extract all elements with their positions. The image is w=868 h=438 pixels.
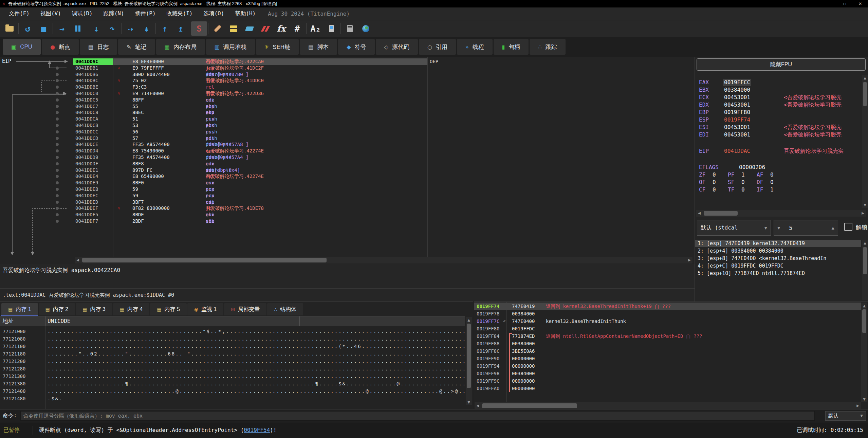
scroll-thumb[interactable] — [862, 309, 866, 333]
breakpoint-dot[interactable] — [56, 169, 59, 172]
register-row[interactable]: EBP0019FF80 — [695, 109, 868, 116]
tab-跟踪[interactable]: ∴跟踪 — [530, 39, 565, 55]
flag-value[interactable]: 0 — [713, 186, 728, 194]
dump-row[interactable]: 77121200................................… — [0, 358, 465, 365]
breakpoint-dot[interactable] — [56, 188, 59, 191]
stack-hscrollbar[interactable]: ◀ ▶ — [475, 402, 861, 409]
menu-item-v[interactable]: 视图(V) — [35, 10, 67, 17]
breakpoint-dot[interactable] — [56, 143, 59, 146]
trace-over-icon[interactable]: ⇢ — [123, 21, 138, 36]
tab-内存布局[interactable]: ▦内存布局 — [156, 39, 205, 55]
disasm-row[interactable]: 0041DDED3BF7cmp esi,edi — [0, 199, 695, 205]
stack-row[interactable]: 0019FF800019FFDC — [474, 325, 861, 332]
registers-vscrollbar[interactable]: ▲ ▼ — [862, 75, 868, 208]
stack-vscrollbar[interactable]: ▲ ▼ — [861, 303, 867, 402]
stack-row[interactable]: 0019FF7C<747E0400kernel32.BaseThreadInit… — [474, 317, 861, 325]
scroll-up-icon[interactable]: ▲ — [862, 75, 868, 81]
register-value[interactable]: 00453001 — [724, 101, 750, 109]
dump-row[interactable]: 77121480.$&. — [0, 395, 465, 402]
scroll-left-icon[interactable]: ◀ — [696, 210, 702, 216]
disasm-row[interactable]: 0041DDC88BECmov ebp,esp — [0, 109, 695, 116]
breakpoint-dot[interactable] — [56, 73, 59, 76]
flag-value[interactable]: 1 — [741, 171, 757, 179]
hash-icon[interactable]: # — [289, 21, 305, 36]
argument-count-stepper[interactable]: ▼ 5 ▲ — [774, 220, 838, 236]
dump-vscrollbar[interactable]: ▲ ▼ — [466, 317, 472, 405]
menu-item-p[interactable]: 插件(P) — [130, 10, 161, 17]
scroll-left-icon[interactable]: ◀ — [475, 402, 481, 408]
scroll-thumb[interactable] — [704, 211, 738, 216]
scroll-up-icon[interactable]: ▲ — [862, 240, 868, 246]
disasm-row[interactable]: 0041DDBC∨75 02jne 吾爱破解论坛学习.41DDC0 — [0, 77, 695, 84]
breakpoint-dot[interactable] — [56, 207, 59, 210]
scroll-thumb[interactable] — [467, 324, 471, 388]
argument-row[interactable]: 5: [esp+10] 771874ED ntdll.771874ED — [695, 270, 861, 277]
breakpoint-dot[interactable] — [56, 111, 59, 114]
disasm-row[interactable]: 0041DDE98BF0mov esi,eax — [0, 180, 695, 186]
scroll-down-icon[interactable]: ▼ — [466, 399, 472, 405]
device-icon[interactable] — [324, 21, 339, 36]
stack-row[interactable]: 0019FF9000000000 — [474, 355, 861, 362]
step-over-icon[interactable]: ↷ — [104, 21, 120, 36]
dump-row[interactable]: 77121080................................… — [0, 335, 465, 343]
disasm-row[interactable]: 0041DDB63B0D B0074400cmp ecx,dword ptr d… — [0, 71, 695, 78]
disasm-hscrollbar[interactable]: ◀ ▶ — [75, 257, 692, 263]
spinner-up-icon[interactable]: ▲ — [832, 226, 834, 230]
breakpoint-dot[interactable] — [56, 213, 59, 216]
close-button[interactable]: ✕ — [852, 0, 868, 7]
dump-tab-内存-3[interactable]: ▦内存 3 — [76, 303, 112, 315]
register-value[interactable]: 0019FFCC — [723, 79, 751, 86]
source-icon[interactable]: S — [191, 21, 207, 36]
menu-item-i[interactable]: 收藏夹(I) — [161, 10, 198, 17]
tab-引用[interactable]: ○引用 — [419, 39, 456, 55]
register-row[interactable]: EDX00453001<吾爱破解论坛学习脱壳 — [695, 101, 868, 109]
calling-convention-select[interactable]: 默认 (stdcal ▼ — [697, 220, 771, 236]
disasm-row[interactable]: 0041DDE4E8 65490000call 吾爱破解论坛学习.42274E — [0, 173, 695, 180]
disasm-row[interactable]: 0041DDCC56push esi — [0, 129, 695, 135]
stack-row[interactable]: 0019FF8C3BE5E0A6 — [474, 347, 861, 355]
dump-tab-内存-2[interactable]: ▦内存 2 — [39, 303, 75, 315]
stack-row[interactable]: 0019FF9800384000 — [474, 370, 861, 377]
register-row[interactable]: EAX0019FFCC — [695, 79, 868, 86]
register-row[interactable]: EBX00384000 — [695, 86, 868, 94]
breakpoint-dot[interactable] — [56, 117, 59, 121]
globe-icon[interactable] — [358, 21, 374, 36]
disasm-row[interactable]: 0041DDC58BFFmov edi,edi — [0, 97, 695, 103]
disasm-row[interactable]: 0041DDE1897D FCmov dword ptr ss:[ebp-0x4… — [0, 167, 695, 174]
flag-value[interactable]: 1 — [770, 186, 786, 194]
argument-row[interactable]: 2: [esp+4] 00384000 00384000 — [695, 247, 861, 255]
arguments-vscrollbar[interactable]: ▲ — [862, 240, 868, 300]
argument-row[interactable]: 1: [esp] 747E0419 kernel32.747E0419 — [695, 240, 861, 247]
flag-value[interactable]: 0 — [713, 179, 728, 186]
breakpoint-dot[interactable] — [56, 149, 59, 152]
patch-icon[interactable] — [209, 21, 225, 36]
tab-日志[interactable]: ▤日志 — [80, 39, 117, 55]
tab-句柄[interactable]: ▮句柄 — [494, 39, 529, 55]
menu-item-o[interactable]: 选项(O) — [198, 10, 229, 17]
register-row[interactable]: ECX00453001<吾爱破解论坛学习脱壳 — [695, 94, 868, 101]
disasm-row[interactable]: 0041DDF58BDEmov ebx,esi — [0, 212, 695, 218]
scroll-thumb[interactable] — [863, 82, 867, 106]
disasm-row[interactable]: 0041DDCD57push edi — [0, 135, 695, 142]
disasm-row[interactable]: 0041DDCEFF35 A8574400push dword ptr ds:[… — [0, 141, 695, 148]
tab-笔记[interactable]: ✎笔记 — [118, 39, 155, 55]
dump-row[interactable]: 77121180........"..02..,...."..........6… — [0, 350, 465, 358]
registers-hscrollbar[interactable]: ◀ ▶ — [696, 210, 866, 217]
labels-icon[interactable] — [241, 21, 257, 36]
tab-调用堆栈[interactable]: ▥调用堆栈 — [206, 39, 255, 55]
register-row[interactable]: ESP0019FF74 — [695, 116, 868, 124]
register-row[interactable]: EIP0041DDAC吾爱破解论坛学习脱壳实 — [695, 147, 868, 155]
disasm-row[interactable]: 0041DDB1∧E9 79FEFFFFjmp 吾爱破解论坛学习.41DC2F — [0, 65, 695, 71]
scroll-left-icon[interactable]: ◀ — [75, 257, 81, 263]
breakpoint-dot[interactable] — [56, 156, 59, 159]
disasm-row[interactable]: 0041DDC0∨E9 714F0000jmp 吾爱破解论坛学习.422D36 — [0, 90, 695, 97]
register-row[interactable]: EDI00453001<吾爱破解论坛学习脱壳 — [695, 131, 868, 139]
register-value[interactable]: 00453001 — [724, 94, 750, 101]
maximize-button[interactable]: □ — [837, 0, 852, 7]
register-value[interactable]: 00384000 — [724, 86, 750, 94]
dump-row[interactable]: 77121400................................… — [0, 387, 465, 395]
scroll-thumb[interactable] — [82, 258, 327, 262]
breakpoint-dot[interactable] — [56, 98, 59, 102]
execute-till-return-icon[interactable]: ↡ — [138, 21, 154, 36]
scroll-right-icon[interactable]: ▶ — [860, 210, 866, 216]
